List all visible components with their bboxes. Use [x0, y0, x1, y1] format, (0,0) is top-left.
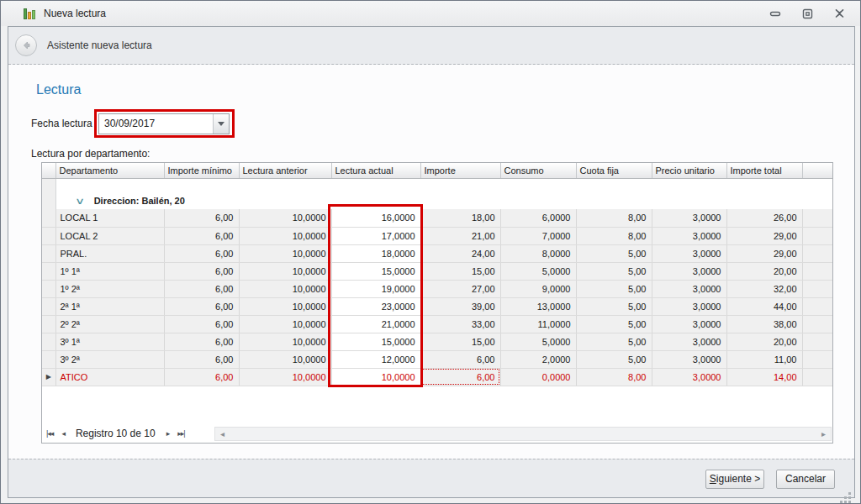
cell-lectura-anterior[interactable]: 10,0000	[239, 280, 331, 297]
cell-precio-unitario[interactable]: 3,0000	[652, 209, 726, 227]
cell-importe-minimo[interactable]: 6,00	[164, 333, 239, 350]
cell-lectura-actual[interactable]: 23,0000	[331, 297, 420, 315]
cell-importe-total[interactable]: 11,00	[726, 350, 802, 368]
col-header-importe-minimo[interactable]: Importe mínimo	[164, 163, 239, 178]
cell-cuota-fija[interactable]: 5,00	[576, 244, 652, 262]
col-header-consumo[interactable]: Consumo	[500, 163, 576, 178]
scroll-right-button[interactable]: ▸	[816, 429, 831, 438]
cell-lectura-anterior[interactable]: 10,0000	[239, 244, 331, 262]
cell-importe-total[interactable]: 20,00	[726, 262, 802, 280]
cell-importe[interactable]: 18,00	[420, 209, 500, 227]
cell-departamento[interactable]: LOCAL 1	[55, 209, 164, 227]
close-button[interactable]	[830, 5, 848, 22]
table-row[interactable]: 2º 2ª 6,00 10,0000 21,0000 33,00 11,0000…	[42, 315, 832, 333]
maximize-button[interactable]	[798, 5, 816, 22]
col-header-importe[interactable]: Importe	[420, 163, 500, 178]
cell-departamento[interactable]: 1º 1ª	[55, 262, 164, 280]
cell-cuota-fija[interactable]: 5,00	[576, 262, 652, 280]
cell-importe[interactable]: 39,00	[420, 297, 500, 315]
cell-departamento[interactable]: 2º 2ª	[55, 315, 164, 333]
cell-importe-minimo[interactable]: 6,00	[164, 209, 239, 227]
cell-consumo[interactable]: 7,0000	[500, 227, 576, 244]
table-row[interactable]: LOCAL 1 6,00 10,0000 16,0000 18,00 6,000…	[42, 209, 832, 227]
table-row[interactable]: 3º 2ª 6,00 10,0000 12,0000 6,00 2,0000 5…	[42, 350, 832, 368]
cell-importe-minimo[interactable]: 6,00	[164, 262, 239, 280]
cell-importe[interactable]: 21,00	[420, 227, 500, 244]
cell-importe-total[interactable]: 20,00	[726, 333, 802, 350]
cell-lectura-actual[interactable]: 15,0000	[331, 333, 420, 350]
cell-precio-unitario[interactable]: 3,0000	[652, 227, 726, 244]
fecha-lectura-field[interactable]: 30/09/2017	[98, 113, 230, 134]
col-header-lectura-actual[interactable]: Lectura actual	[331, 163, 420, 178]
cell-lectura-anterior[interactable]: 10,0000	[239, 227, 331, 244]
cell-importe[interactable]: 6,00	[420, 368, 500, 386]
cell-departamento[interactable]: LOCAL 2	[55, 227, 164, 244]
cell-precio-unitario[interactable]: 3,0000	[652, 315, 726, 333]
cell-importe-total[interactable]: 14,00	[726, 368, 802, 386]
next-record-button[interactable]: ▸	[162, 429, 174, 438]
cell-lectura-actual[interactable]: 16,0000	[331, 209, 420, 227]
cell-lectura-actual[interactable]: 17,0000	[331, 227, 420, 244]
cell-consumo[interactable]: 9,0000	[500, 280, 576, 297]
minimize-button[interactable]	[766, 5, 784, 22]
cell-lectura-anterior[interactable]: 10,0000	[239, 368, 331, 386]
cell-importe-total[interactable]: 26,00	[726, 209, 802, 227]
col-header-cuota-fija[interactable]: Cuota fija	[576, 163, 652, 178]
cell-precio-unitario[interactable]: 3,0000	[652, 297, 726, 315]
cell-precio-unitario[interactable]: 3,0000	[652, 262, 726, 280]
cell-consumo[interactable]: 0,0000	[500, 368, 576, 386]
cell-lectura-anterior[interactable]: 10,0000	[239, 350, 331, 368]
scroll-left-button[interactable]: ◂	[215, 429, 230, 438]
resize-grip[interactable]	[848, 492, 851, 495]
collapse-chevron-icon[interactable]: ∨	[74, 196, 84, 207]
cell-lectura-actual[interactable]: 12,0000	[331, 350, 420, 368]
group-row[interactable]: ∨ Direccion: Bailén, 20	[42, 193, 832, 209]
cell-precio-unitario[interactable]: 3,0000	[652, 244, 726, 262]
siguiente-button[interactable]: Siguiente >	[705, 470, 764, 489]
cell-lectura-actual[interactable]: 19,0000	[331, 280, 420, 297]
cell-departamento[interactable]: 1º 2ª	[55, 280, 164, 297]
cell-importe-minimo[interactable]: 6,00	[164, 350, 239, 368]
cell-lectura-actual[interactable]: 21,0000	[331, 315, 420, 333]
cell-importe-minimo[interactable]: 6,00	[164, 280, 239, 297]
cell-importe-total[interactable]: 44,00	[726, 297, 802, 315]
cell-consumo[interactable]: 5,0000	[500, 262, 576, 280]
horizontal-scrollbar[interactable]: ◂ ▸	[214, 427, 832, 441]
first-record-button[interactable]: |◂◂	[42, 429, 57, 438]
cell-precio-unitario[interactable]: 3,0000	[652, 368, 726, 386]
table-row[interactable]: 2ª 1ª 6,00 10,0000 23,0000 39,00 13,0000…	[42, 297, 832, 315]
cell-cuota-fija[interactable]: 5,00	[576, 315, 652, 333]
cell-importe[interactable]: 6,00	[420, 350, 500, 368]
table-row[interactable]: 3º 1ª 6,00 10,0000 15,0000 15,00 5,0000 …	[42, 333, 832, 350]
table-row[interactable]: LOCAL 2 6,00 10,0000 17,0000 21,00 7,000…	[42, 227, 832, 244]
cell-departamento[interactable]: 2ª 1ª	[55, 297, 164, 315]
cell-importe-minimo[interactable]: 6,00	[164, 368, 239, 386]
cell-cuota-fija[interactable]: 5,00	[576, 280, 652, 297]
cell-cuota-fija[interactable]: 5,00	[576, 333, 652, 350]
col-header-departamento[interactable]: Departamento	[55, 163, 164, 178]
back-button[interactable]	[15, 34, 37, 56]
cell-importe[interactable]: 24,00	[420, 244, 500, 262]
cell-precio-unitario[interactable]: 3,0000	[652, 280, 726, 297]
cell-lectura-anterior[interactable]: 10,0000	[239, 297, 331, 315]
cell-cuota-fija[interactable]: 8,00	[576, 209, 652, 227]
cell-precio-unitario[interactable]: 3,0000	[652, 333, 726, 350]
cancelar-button[interactable]: Cancelar	[776, 470, 835, 489]
cell-precio-unitario[interactable]: 3,0000	[652, 350, 726, 368]
cell-lectura-anterior[interactable]: 10,0000	[239, 209, 331, 227]
table-row[interactable]: 1º 1ª 6,00 10,0000 15,0000 15,00 5,0000 …	[42, 262, 832, 280]
col-header-lectura-anterior[interactable]: Lectura anterior	[239, 163, 331, 178]
cell-cuota-fija[interactable]: 5,00	[576, 350, 652, 368]
cell-lectura-anterior[interactable]: 10,0000	[239, 315, 331, 333]
cell-importe-minimo[interactable]: 6,00	[164, 315, 239, 333]
cell-importe[interactable]: 15,00	[420, 333, 500, 350]
cell-consumo[interactable]: 11,0000	[500, 315, 576, 333]
cell-importe-minimo[interactable]: 6,00	[164, 244, 239, 262]
table-row[interactable]: PRAL. 6,00 10,0000 18,0000 24,00 8,0000 …	[42, 244, 832, 262]
cell-consumo[interactable]: 13,0000	[500, 297, 576, 315]
cell-importe-minimo[interactable]: 6,00	[164, 227, 239, 244]
cell-departamento[interactable]: 3º 1ª	[55, 333, 164, 350]
cell-importe-total[interactable]: 29,00	[726, 227, 802, 244]
cell-lectura-actual[interactable]: 10,0000	[331, 368, 420, 386]
cell-lectura-actual[interactable]: 15,0000	[331, 262, 420, 280]
